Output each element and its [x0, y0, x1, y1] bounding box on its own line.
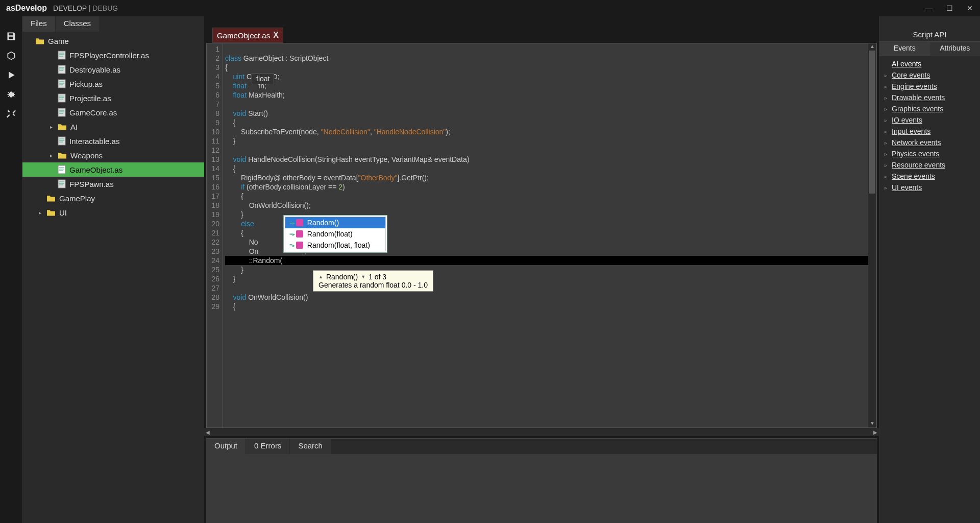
event-category[interactable]: ▹Core events	[879, 69, 980, 81]
event-category[interactable]: ▹Graphics events	[879, 103, 980, 114]
event-category[interactable]: ▹Physics events	[879, 148, 980, 159]
tree-folder[interactable]: ▸AI	[22, 120, 204, 134]
event-category[interactable]: ▹Input events	[879, 126, 980, 137]
editor-area: GameObject.as X 123456789101112131415161…	[204, 16, 879, 523]
event-category[interactable]: ▹Engine events	[879, 81, 980, 92]
signature-next-icon[interactable]: ▼	[361, 274, 365, 279]
editor-tabs: GameObject.as X	[204, 28, 879, 43]
tree-folder[interactable]: GamePlay	[22, 191, 204, 205]
svg-rect-8	[58, 80, 65, 88]
tree-folder-root[interactable]: Game	[22, 34, 204, 48]
close-button[interactable]: ✕	[960, 0, 980, 16]
file-tree[interactable]: Game FPSPlayerController.as Destroyable.…	[22, 32, 204, 222]
tab-output[interactable]: Output	[206, 439, 246, 454]
autocomplete-item[interactable]: =▸Random(float, float)	[285, 240, 385, 251]
signature-counter: 1 of 3	[369, 273, 386, 281]
tree-file[interactable]: Projectile.as	[22, 91, 204, 105]
editor-tab-gameobject[interactable]: GameObject.as X	[212, 28, 283, 43]
right-panel-header: Script API	[879, 28, 980, 42]
editor-tab-label: GameObject.as	[217, 31, 270, 40]
output-content[interactable]	[206, 454, 877, 523]
event-category[interactable]: ▹UI events	[879, 182, 980, 193]
svg-rect-0	[58, 51, 65, 59]
tree-file[interactable]: Pickup.as	[22, 77, 204, 91]
title-bar: asDevelop DEVELOP | DEBUG — ☐ ✕	[0, 0, 980, 16]
left-panel-tabs: Files Classes	[22, 16, 204, 32]
line-gutter: 1234567891011121314151617181920212223242…	[207, 43, 223, 427]
svg-rect-28	[58, 180, 65, 188]
tab-errors[interactable]: 0 Errors	[246, 439, 289, 454]
event-category[interactable]: ▹IO events	[879, 114, 980, 126]
tree-file[interactable]: FPSPlayerController.as	[22, 48, 204, 62]
svg-rect-12	[58, 94, 65, 102]
tab-attributes[interactable]: Attributes	[930, 42, 981, 56]
signature-description: Generates a random float 0.0 - 1.0	[318, 281, 428, 289]
event-category[interactable]: ▹Network events	[879, 137, 980, 148]
signature-title: Random()	[326, 273, 358, 281]
script-api-panel: Script API Events Attributes AI events ▹…	[879, 16, 980, 523]
tab-files[interactable]: Files	[22, 16, 55, 32]
svg-rect-24	[58, 165, 65, 174]
tree-folder[interactable]: ▸Weapons	[22, 148, 204, 162]
event-category[interactable]: ▹Scene events	[879, 171, 980, 182]
signature-prev-icon[interactable]: ▲	[318, 274, 323, 279]
svg-rect-4	[58, 65, 65, 74]
tools-icon[interactable]	[0, 104, 22, 124]
signature-tooltip: ▲ Random() ▼ 1 of 3 Generates a random f…	[313, 270, 433, 292]
event-category[interactable]: AI events	[879, 58, 980, 69]
tool-sidebar	[0, 16, 22, 523]
horizontal-scrollbar[interactable]: ◀▶	[204, 428, 879, 436]
close-icon[interactable]: X	[273, 31, 279, 40]
tree-file[interactable]: FPSPawn.as	[22, 177, 204, 191]
tree-folder[interactable]: ▸UI	[22, 205, 204, 220]
code-editor[interactable]: 1234567891011121314151617181920212223242…	[206, 43, 877, 428]
cube-icon[interactable]	[0, 46, 22, 65]
maximize-button[interactable]: ☐	[939, 0, 960, 16]
tree-file[interactable]: Destroyable.as	[22, 62, 204, 77]
tab-events[interactable]: Events	[879, 42, 930, 56]
event-category[interactable]: ▹Resource events	[879, 159, 980, 171]
bug-icon[interactable]	[0, 85, 22, 104]
file-tree-panel: Files Classes Game FPSPlayerController.a…	[22, 16, 204, 523]
app-title: asDevelop	[6, 4, 47, 13]
save-icon[interactable]	[0, 27, 22, 46]
mode-tabs[interactable]: DEVELOP | DEBUG	[53, 4, 118, 12]
svg-rect-16	[58, 108, 65, 116]
svg-rect-20	[58, 137, 65, 145]
tab-classes[interactable]: Classes	[56, 16, 99, 32]
tab-search[interactable]: Search	[290, 439, 331, 454]
window-controls: — ☐ ✕	[919, 0, 980, 16]
autocomplete-item[interactable]: =▸Random()	[285, 217, 385, 228]
play-icon[interactable]	[0, 65, 22, 85]
tree-file[interactable]: GameObject.as	[22, 162, 204, 177]
tree-file[interactable]: GameCore.as	[22, 105, 204, 120]
minimize-button[interactable]: —	[919, 0, 939, 16]
event-category[interactable]: ▹Drawable events	[879, 92, 980, 103]
tree-file[interactable]: Interactable.as	[22, 134, 204, 148]
vertical-scrollbar[interactable]: ▲▼	[868, 43, 876, 427]
autocomplete-item[interactable]: =▸Random(float)	[285, 228, 385, 240]
hover-tooltip: float	[252, 73, 274, 84]
events-list[interactable]: AI events ▹Core events ▹Engine events ▹D…	[879, 56, 980, 195]
autocomplete-popup[interactable]: =▸Random() =▸Random(float) =▸Random(floa…	[283, 215, 387, 253]
bottom-panel: Output 0 Errors Search	[206, 438, 877, 523]
